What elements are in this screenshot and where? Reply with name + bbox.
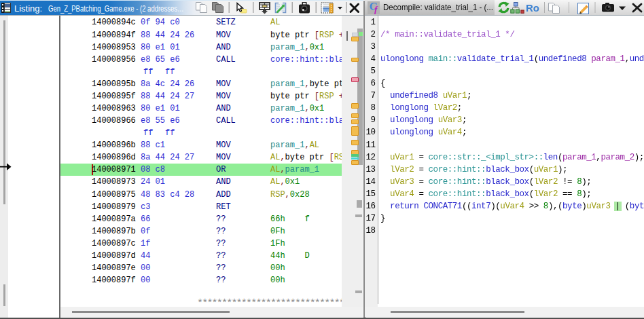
svg-text:Ro: Ro (526, 2, 539, 14)
